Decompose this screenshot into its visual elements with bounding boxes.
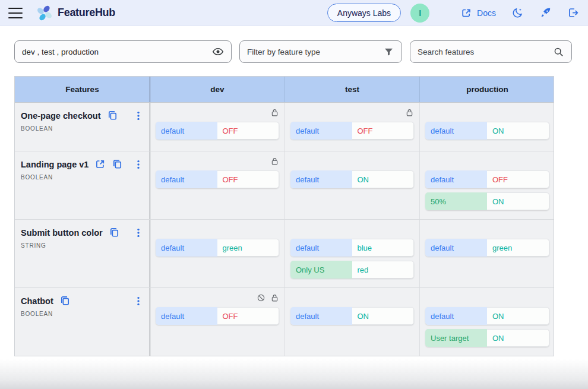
strategy-row: defaultON <box>425 307 549 325</box>
strategy-value[interactable]: red <box>352 261 415 279</box>
lock-icon[interactable] <box>405 108 414 117</box>
strategy-chip[interactable]: default <box>156 122 217 140</box>
strategy-value[interactable]: ON <box>352 170 415 188</box>
feature-type-label: BOOLEAN <box>21 125 144 132</box>
strategy-value[interactable]: green <box>487 239 549 257</box>
strategy-chip[interactable]: User target <box>425 329 487 347</box>
filter-funnel-icon <box>383 46 394 58</box>
strategy-value[interactable]: ON <box>487 329 549 347</box>
feature-menu-button[interactable] <box>133 296 144 306</box>
copy-feature-key-icon[interactable] <box>107 110 118 121</box>
environment-cell: defaultOFF <box>285 103 420 151</box>
lock-icon[interactable] <box>270 157 279 166</box>
menu-button[interactable] <box>8 8 23 18</box>
feature-menu-button[interactable] <box>133 227 144 238</box>
search-placeholder: Search features <box>418 48 553 56</box>
strategy-value[interactable]: OFF <box>352 122 415 140</box>
feature-menu-button[interactable] <box>133 110 144 121</box>
strategy-chip[interactable]: Only US <box>290 261 352 279</box>
strategy-chip[interactable]: default <box>425 170 487 188</box>
copy-feature-key-icon[interactable] <box>112 159 123 170</box>
copy-feature-key-icon[interactable] <box>109 227 120 238</box>
moon-icon <box>511 7 524 19</box>
column-header-dev: dev <box>150 77 285 102</box>
cell-status-icons <box>156 224 279 235</box>
feature-cell: ChatbotBOOLEAN <box>15 288 150 356</box>
feature-menu-button[interactable] <box>133 159 144 170</box>
feature-type-label: BOOLEAN <box>21 311 144 317</box>
strategy-value[interactable]: green <box>217 239 280 257</box>
strategy-value[interactable]: ON <box>487 192 549 210</box>
strategy-chip[interactable]: 50% <box>425 192 487 210</box>
feature-name: Landing page v1 <box>21 160 88 169</box>
cell-status-icons <box>425 107 549 118</box>
strategy-row: defaultgreen <box>156 239 279 257</box>
feature-name-row: Submit button color <box>21 227 144 238</box>
lock-icon[interactable] <box>270 293 279 302</box>
strategy-row: defaultOFF <box>425 170 549 188</box>
sign-out-icon <box>567 7 580 19</box>
feature-type-placeholder: Filter by feature type <box>247 48 383 56</box>
environment-cell: defaultON <box>420 103 555 151</box>
strategy-chip[interactable]: default <box>425 122 487 140</box>
feature-table-body: One-page checkoutBOOLEANdefaultOFFdefaul… <box>15 102 554 356</box>
column-header-production: production <box>420 77 555 102</box>
environment-cell: defaultON <box>285 288 420 356</box>
feature-type-filter[interactable]: Filter by feature type <box>239 40 402 63</box>
portfolio-selector-button[interactable]: Anyways Labs <box>327 4 401 22</box>
cell-status-icons <box>425 156 549 166</box>
strategy-chip[interactable]: default <box>156 239 217 257</box>
copy-feature-key-icon[interactable] <box>59 295 71 306</box>
strategy-chip[interactable]: default <box>156 307 217 325</box>
strategy-row: defaultOFF <box>156 170 279 188</box>
rocket-icon <box>539 7 552 19</box>
strategy-row: defaultblue <box>290 239 414 257</box>
user-avatar[interactable]: I <box>410 4 429 23</box>
external-link-icon <box>460 7 472 19</box>
strategy-row: defaultgreen <box>425 239 549 257</box>
strategy-value[interactable]: OFF <box>217 307 280 325</box>
sign-out-button[interactable] <box>567 7 580 19</box>
not-changeable-icon <box>257 293 265 302</box>
search-features-input[interactable]: Search features <box>410 40 572 63</box>
cell-status-icons <box>425 224 549 235</box>
strategy-value[interactable]: ON <box>487 122 549 140</box>
eye-icon[interactable] <box>212 46 224 58</box>
feature-name: One-page checkout <box>21 111 101 121</box>
environment-cell: defaultblueOnly USred <box>285 220 420 287</box>
strategy-chip[interactable]: default <box>425 239 487 257</box>
docs-link[interactable]: Docs <box>460 7 496 19</box>
whats-new-button[interactable] <box>539 7 552 19</box>
strategy-chip[interactable]: default <box>290 170 352 188</box>
table-row: One-page checkoutBOOLEANdefaultOFFdefaul… <box>15 102 554 151</box>
environment-cell: defaultOFF50%ON <box>420 151 555 219</box>
strategy-value[interactable]: ON <box>352 307 415 325</box>
feature-external-link-icon[interactable] <box>94 159 106 170</box>
feature-cell: Landing page v1BOOLEAN <box>15 151 150 219</box>
feature-table-header: Features dev test production <box>15 77 554 102</box>
feature-type-label: STRING <box>21 242 144 249</box>
strategy-value[interactable]: OFF <box>217 170 280 188</box>
environments-selector[interactable]: dev , test , production <box>14 40 232 63</box>
strategy-chip[interactable]: default <box>425 307 487 325</box>
dark-mode-toggle[interactable] <box>511 7 524 19</box>
brand-logo: FeatureHub <box>36 4 115 22</box>
lock-icon[interactable] <box>270 108 279 117</box>
strategy-chip[interactable]: default <box>290 307 352 325</box>
strategy-chip[interactable]: default <box>290 122 352 140</box>
feature-table: Features dev test production One-page ch… <box>14 76 554 356</box>
cell-status-icons <box>156 107 279 118</box>
strategy-value[interactable]: blue <box>352 239 415 257</box>
strategy-value[interactable]: ON <box>487 307 549 325</box>
feature-name-row: One-page checkout <box>21 110 144 121</box>
strategy-chip[interactable]: default <box>156 170 217 188</box>
cell-status-icons <box>290 107 414 118</box>
feature-name-row: Chatbot <box>21 295 144 306</box>
strategy-value[interactable]: OFF <box>217 122 280 140</box>
environment-cell: defaultONUser targetON <box>420 288 555 356</box>
strategy-row: defaultON <box>290 307 414 325</box>
strategy-row: defaultOFF <box>156 122 279 140</box>
search-icon <box>553 46 564 58</box>
strategy-chip[interactable]: default <box>290 239 352 257</box>
strategy-value[interactable]: OFF <box>487 170 549 188</box>
